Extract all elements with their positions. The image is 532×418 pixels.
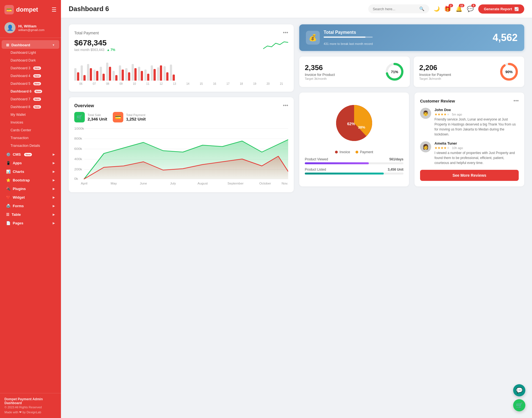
cart-button[interactable]: 🛒: [513, 399, 525, 411]
bar-group-9: [132, 64, 137, 81]
bar-label: 07: [93, 82, 96, 85]
sidebar-apps-section[interactable]: 📱 Apps ▶: [2, 158, 59, 167]
bar-gray-1: [81, 65, 83, 81]
bar-gray-10: [138, 67, 140, 81]
review-title: Customer Review: [420, 99, 455, 103]
sidebar-item-dashboard-5[interactable]: Dashboard 5 New: [0, 80, 61, 88]
sidebar-item-dashboard-8[interactable]: Dashboard 8 New: [0, 103, 61, 111]
dashboard-dark-label: Dashboard Dark: [11, 58, 36, 62]
page-title: Dashboard 6: [69, 5, 109, 13]
sidebar-item-dashboard-3[interactable]: Dashboard 3 New: [0, 64, 61, 72]
invoice-product-label: Invoice for Product: [305, 73, 335, 77]
bar-group-12: [151, 65, 156, 81]
search-box: 🔍: [368, 4, 429, 13]
sidebar-cms-section[interactable]: ⚙️ CMS New ▶: [2, 150, 59, 158]
table-arrow-icon: ▶: [53, 213, 55, 216]
review-more[interactable]: •••: [513, 98, 519, 104]
logo-text: dompet: [16, 6, 38, 13]
logo-icon: 💳: [4, 5, 14, 14]
gift-button[interactable]: 🎁 2: [444, 6, 451, 12]
cms-icon: ⚙️: [6, 152, 11, 157]
product-viewed-row: Product Viewed 561/days: [305, 157, 403, 161]
product-viewed-fill: [305, 162, 369, 164]
blue-card-progress-bar: [324, 37, 373, 38]
sidebar-charts-section[interactable]: 📊 Charts ▶: [2, 167, 59, 175]
total-payment-sub: last month $563,443 ▲ 7%: [74, 48, 115, 52]
sidebar-widget-section[interactable]: ❤️ Widget ▶: [2, 193, 59, 201]
overview-more[interactable]: •••: [283, 103, 288, 109]
total-payment-more[interactable]: •••: [283, 30, 288, 36]
sidebar-item-cards-center[interactable]: Cards Center: [0, 126, 61, 134]
review-meta-1: ★★★★★ 5m ago: [434, 112, 519, 116]
sidebar-logo[interactable]: 💳 dompet: [4, 5, 38, 14]
sidebar-dashboard-section[interactable]: ⊞ Dashboard ▼: [2, 40, 59, 49]
product-viewed-label: Product Viewed: [305, 157, 328, 161]
bar-label: 08: [106, 82, 109, 85]
total-payment-label: Total Payment: [126, 113, 146, 117]
sidebar-pages-section[interactable]: 📄 Pages ▶: [2, 218, 59, 227]
sidebar-item-transaction-details[interactable]: Transaction Details: [0, 142, 61, 150]
invoice-product-pct: 71%: [391, 70, 398, 74]
bar-label: 14: [186, 82, 190, 85]
notifications-button[interactable]: 🔔 12: [456, 6, 462, 12]
sidebar-table-section[interactable]: ☰ Table ▶: [2, 210, 59, 218]
bar-red-15: [173, 75, 175, 81]
review-item-2: 👩 Amelia Tuner ★★★★★ 10h ago I viewed a …: [420, 141, 519, 165]
bar-gray-2: [87, 64, 89, 81]
review-item-1: 👨 John Doe ★★★★★ 5m ago Friendly service…: [420, 108, 519, 137]
bar-group-8: [125, 68, 130, 81]
svg-text:Nov.: Nov.: [282, 182, 288, 185]
product-metrics: Product Viewed 561/days Product Listed 3…: [305, 157, 403, 175]
bootstrap-arrow-icon: ▶: [53, 179, 55, 182]
svg-text:800k: 800k: [74, 137, 82, 140]
gift-badge: 2: [449, 4, 453, 7]
bar-red-5: [109, 67, 111, 81]
bar-label: 18: [240, 82, 243, 85]
sidebar-item-invoices[interactable]: Invoices: [0, 119, 61, 126]
see-more-reviews-button[interactable]: See More Reviews: [420, 170, 519, 181]
invoice-product-donut: 71%: [385, 62, 404, 81]
dashboard-light-label: Dashboard Light: [11, 51, 36, 55]
invoice-legend-item: Invoice: [335, 150, 350, 154]
sidebar-toggle[interactable]: ☰: [52, 6, 57, 13]
sidebar-item-dashboard-dark[interactable]: Dashboard Dark: [0, 57, 61, 64]
generate-report-button[interactable]: Generate Report 📈: [478, 4, 524, 14]
sidebar-item-dashboard-light[interactable]: Dashboard Light: [0, 49, 61, 57]
review-avatar-2: 👩: [420, 141, 431, 152]
blue-card-progress-fill: [324, 37, 365, 38]
sidebar-bootstrap-section[interactable]: ⭐ Bootstrap ▶: [2, 175, 59, 184]
review-text-1: Friendly service Josh, Lunar and everyon…: [434, 117, 519, 137]
messages-badge: 5: [471, 4, 476, 7]
sidebar-item-dashboard-7[interactable]: Dashboard 7 New: [0, 95, 61, 103]
total-payment-stat: 💳 Total Payment 1,252 Unit: [113, 112, 146, 122]
messages-button[interactable]: 💬 5: [467, 6, 474, 12]
sidebar-item-transaction[interactable]: Transaction: [0, 134, 61, 142]
review-content-2: Amelia Tuner ★★★★★ 10h ago I viewed a nu…: [434, 141, 519, 165]
bar-gray-13: [157, 67, 159, 81]
support-button[interactable]: 💬: [513, 384, 525, 396]
total-payment-header: Total Payment •••: [74, 30, 288, 36]
sidebar-plugins-section[interactable]: 🔌 Plugins ▶: [2, 184, 59, 193]
sidebar-forms-section[interactable]: 🖨️ Forms ▶: [2, 201, 59, 210]
table-icon: ☰: [6, 212, 9, 217]
bar-red-9: [134, 68, 137, 81]
sidebar-item-dashboard-6[interactable]: Dashboard 6 New: [0, 88, 61, 95]
dashboard-4-badge: New: [33, 74, 41, 78]
review-text-2: I viewed a number of properties with Jus…: [434, 150, 519, 165]
bar-group-13: [157, 65, 162, 81]
bar-red-1: [83, 75, 86, 81]
svg-text:600k: 600k: [74, 147, 82, 151]
total-sale-stat: 🛒 Total Sale 2,346 Unit: [74, 112, 107, 122]
sidebar-item-dashboard-4[interactable]: Dashboard 4 New: [0, 72, 61, 80]
overview-header: Overview •••: [74, 103, 288, 109]
footer-copy: © 2023 All Rights Reserved: [4, 406, 57, 409]
pie-metrics-grid: 62% 38% Invoice Payment: [299, 93, 524, 186]
search-input[interactable]: [373, 7, 417, 11]
sidebar-item-my-wallet[interactable]: My Wallet: [0, 111, 61, 119]
blue-payments-card: 💰 Total Payments 431 more to break last …: [299, 24, 524, 51]
wallet-icon: 💰: [306, 31, 320, 45]
theme-toggle-button[interactable]: 🌙: [434, 6, 440, 12]
dashboard-8-label: Dashboard 8: [11, 105, 30, 109]
footer-title: Dompet Payment Admin Dashboard: [4, 397, 57, 405]
blue-card-number: 4,562: [493, 32, 518, 43]
